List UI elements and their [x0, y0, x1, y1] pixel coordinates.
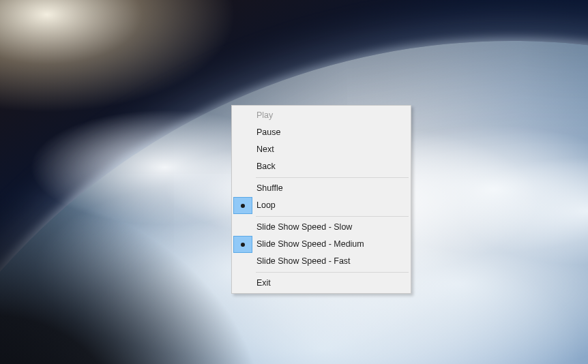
menu-separator — [256, 177, 409, 178]
menu-item-label: Play — [252, 107, 409, 124]
menu-item-speed-medium[interactable]: Slide Show Speed - Medium — [233, 236, 409, 253]
menu-item-speed-fast[interactable]: Slide Show Speed - Fast — [233, 253, 409, 270]
menu-separator — [256, 216, 409, 217]
menu-item-loop[interactable]: Loop — [233, 197, 409, 214]
menu-item-label: Exit — [252, 275, 409, 292]
menu-item-back[interactable]: Back — [233, 158, 409, 175]
menu-item-label: Slide Show Speed - Medium — [252, 236, 409, 253]
menu-item-label: Shuffle — [252, 180, 409, 197]
menu-item-label: Back — [252, 158, 409, 175]
menu-item-exit[interactable]: Exit — [233, 275, 409, 292]
menu-check-gutter — [233, 107, 252, 124]
menu-item-label: Pause — [252, 124, 409, 141]
menu-item-pause[interactable]: Pause — [233, 124, 409, 141]
menu-item-speed-slow[interactable]: Slide Show Speed - Slow — [233, 219, 409, 236]
menu-item-label: Loop — [252, 197, 409, 214]
menu-check-gutter — [233, 180, 252, 197]
radio-checked-icon — [233, 236, 252, 253]
menu-item-label: Next — [252, 141, 409, 158]
menu-item-shuffle[interactable]: Shuffle — [233, 180, 409, 197]
menu-check-gutter — [233, 219, 252, 236]
menu-item-next[interactable]: Next — [233, 141, 409, 158]
menu-check-gutter — [233, 253, 252, 270]
menu-item-label: Slide Show Speed - Fast — [252, 253, 409, 270]
menu-item-label: Slide Show Speed - Slow — [252, 219, 409, 236]
radio-checked-icon — [233, 197, 252, 214]
menu-item-play: Play — [233, 107, 409, 124]
menu-check-gutter — [233, 124, 252, 141]
slideshow-context-menu: Play Pause Next Back Shuffle Loop Slide … — [231, 105, 411, 294]
menu-check-gutter — [233, 275, 252, 292]
menu-check-gutter — [233, 158, 252, 175]
menu-separator — [256, 272, 409, 273]
menu-check-gutter — [233, 141, 252, 158]
